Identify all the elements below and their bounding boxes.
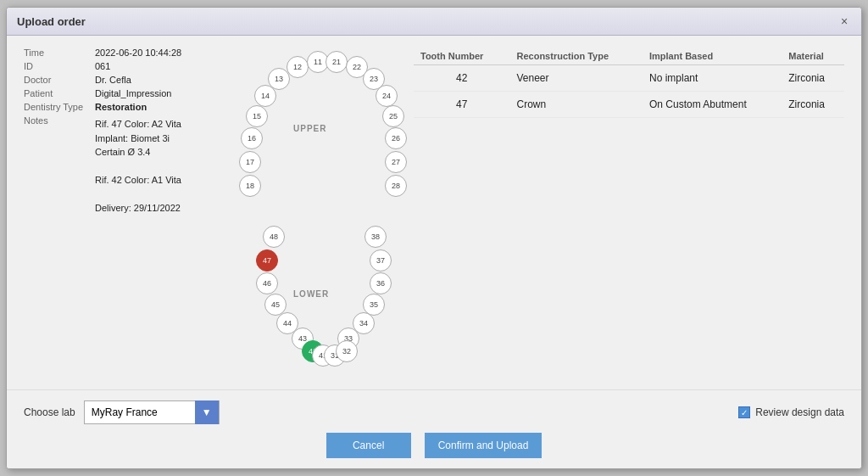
upload-order-dialog: Upload order × Time 2022-06-20 10:44:28 …: [6, 7, 862, 469]
dialog-title: Upload order: [17, 15, 86, 28]
tooth-21[interactable]: 21: [326, 51, 348, 73]
close-button[interactable]: ×: [837, 14, 851, 28]
doctor-label: Doctor: [24, 75, 92, 85]
col-material: Material: [782, 48, 844, 65]
checkmark-icon: ✓: [741, 408, 748, 417]
doctor-row: Doctor Dr. Cefla: [24, 75, 193, 85]
tooth-46[interactable]: 46: [256, 272, 278, 294]
cell-material-1: Zirconia: [782, 92, 844, 118]
tooth-27[interactable]: 27: [385, 151, 407, 173]
notes-line2: Implant: Biomet 3i: [95, 132, 181, 146]
patient-row: Patient Digital_Impression: [24, 88, 193, 98]
button-row: Cancel Confirm and Upload: [24, 433, 844, 458]
tooth-28[interactable]: 28: [385, 175, 407, 197]
tooth-32[interactable]: 32: [336, 340, 358, 362]
cell-tooth-1: 47: [414, 92, 509, 118]
patient-value: Digital_Impression: [95, 88, 171, 98]
id-row: ID 061: [24, 61, 193, 71]
dialog-content: Time 2022-06-20 10:44:28 ID 061 Doctor D…: [7, 36, 861, 382]
tooth-48[interactable]: 48: [263, 226, 285, 248]
lower-label: LOWER: [293, 289, 329, 299]
info-panel: Time 2022-06-20 10:44:28 ID 061 Doctor D…: [24, 48, 193, 370]
cell-reconstruction-1: Crown: [509, 92, 643, 118]
cell-reconstruction-0: Veneer: [509, 65, 643, 92]
tooth-36[interactable]: 36: [370, 272, 392, 294]
title-bar: Upload order ×: [7, 8, 861, 36]
cancel-button[interactable]: Cancel: [326, 433, 411, 458]
tooth-12[interactable]: 12: [287, 56, 309, 78]
doctor-value: Dr. Cefla: [95, 75, 131, 85]
tooth-25[interactable]: 25: [382, 105, 404, 127]
tooth-26[interactable]: 26: [385, 127, 407, 149]
col-implant-based: Implant Based: [643, 48, 782, 65]
time-row: Time 2022-06-20 10:44:28: [24, 48, 193, 58]
id-label: ID: [24, 61, 92, 71]
notes-line5: Rif. 42 Color: A1 Vita: [95, 173, 181, 188]
notes-section: Rif. 47 Color: A2 Vita Implant: Biomet 3…: [95, 117, 181, 216]
tooth-16[interactable]: 16: [241, 127, 263, 149]
patient-label: Patient: [24, 88, 92, 98]
lab-select[interactable]: MyRay France ▼: [84, 400, 220, 424]
cell-implant-0: No implant: [643, 65, 782, 92]
notes-row: Notes Rif. 47 Color: A2 Vita Implant: Bi…: [24, 115, 193, 216]
dentistry-label: Dentistry Type: [24, 102, 92, 112]
chevron-down-icon: ▼: [202, 406, 212, 418]
confirm-upload-button[interactable]: Confirm and Upload: [425, 433, 542, 458]
cell-material-0: Zirconia: [782, 65, 844, 92]
info-table: Time 2022-06-20 10:44:28 ID 061 Doctor D…: [24, 48, 193, 216]
col-reconstruction-type: Reconstruction Type: [509, 48, 643, 65]
data-table-panel: Tooth Number Reconstruction Type Implant…: [414, 48, 844, 370]
table-header-row: Tooth Number Reconstruction Type Implant…: [414, 48, 844, 65]
tooth-24[interactable]: 24: [376, 85, 398, 107]
time-label: Time: [24, 48, 92, 58]
notes-label: Notes: [24, 115, 92, 126]
lab-dropdown-button[interactable]: ▼: [195, 400, 219, 424]
tooth-37[interactable]: 37: [370, 249, 392, 272]
notes-line1: Rif. 47 Color: A2 Vita: [95, 117, 181, 132]
tooth-38[interactable]: 38: [364, 226, 387, 248]
lab-select-text: MyRay France: [85, 406, 195, 418]
table-row: 42 Veneer No implant Zirconia: [414, 65, 844, 92]
dentistry-value: Restoration: [95, 102, 147, 112]
reconstruction-table: Tooth Number Reconstruction Type Implant…: [414, 48, 844, 118]
tooth-14[interactable]: 14: [254, 85, 276, 107]
time-value: 2022-06-20 10:44:28: [95, 48, 181, 58]
notes-line7: Delivery: 29/11/2022: [95, 201, 181, 216]
review-checkbox[interactable]: ✓: [738, 406, 750, 418]
lab-row: Choose lab MyRay France ▼: [24, 400, 220, 424]
tooth-17[interactable]: 17: [239, 151, 261, 173]
cell-implant-1: On Custom Abutment: [643, 92, 782, 118]
dentistry-row: Dentistry Type Restoration: [24, 102, 193, 112]
notes-spacer2: [95, 188, 181, 202]
review-checkbox-container[interactable]: ✓ Review design data: [738, 406, 844, 418]
bottom-bar: Choose lab MyRay France ▼ ✓ Review desig…: [7, 389, 861, 468]
lab-label: Choose lab: [24, 406, 75, 418]
review-row: ✓ Review design data: [738, 406, 844, 418]
tooth-15[interactable]: 15: [246, 105, 268, 127]
tooth-diagram: UPPER LOWER 1211212213231424152516261727…: [219, 48, 388, 370]
id-value: 061: [95, 61, 110, 71]
bottom-row: Choose lab MyRay France ▼ ✓ Review desig…: [24, 400, 844, 424]
review-label: Review design data: [755, 406, 844, 418]
tooth-diagram-panel: UPPER LOWER 1211212213231424152516261727…: [210, 48, 397, 370]
table-row: 47 Crown On Custom Abutment Zirconia: [414, 92, 844, 118]
upper-label: UPPER: [293, 124, 326, 133]
notes-line3: Certain Ø 3.4: [95, 145, 181, 160]
tooth-47[interactable]: 47: [256, 249, 278, 272]
col-tooth-number: Tooth Number: [414, 48, 509, 65]
cell-tooth-0: 42: [414, 65, 509, 92]
notes-spacer1: [95, 160, 181, 174]
tooth-18[interactable]: 18: [239, 175, 261, 197]
